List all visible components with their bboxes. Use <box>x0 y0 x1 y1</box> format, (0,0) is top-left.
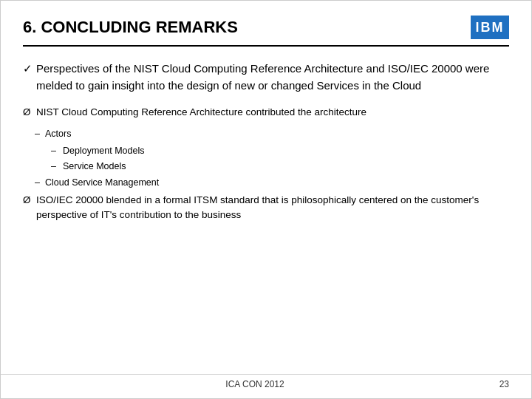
ibm-logo-text: IBM <box>476 20 505 35</box>
dash-item-sub-1: Deployment Models <box>23 144 509 158</box>
dash-item-sub-1-text: Deployment Models <box>63 146 144 156</box>
ibm-logo: IBM <box>471 16 509 39</box>
footer-page: 23 <box>487 379 509 389</box>
slide-footer: ICA CON 2012 23 <box>1 374 531 389</box>
dash-item-2-text: Cloud Service Management <box>45 177 159 188</box>
dash-item-2: Cloud Service Management <box>23 176 509 190</box>
bullet-item-2-text: ISO/IEC 20000 blended in a formal ITSM s… <box>36 194 479 220</box>
slide-title: 6. CONCLUDING REMARKS <box>23 18 238 37</box>
dash-item-1: Actors <box>23 127 509 141</box>
dash-item-sub-2: Service Models <box>23 160 509 174</box>
bullet-item-2: ISO/IEC 20000 blended in a formal ITSM s… <box>23 193 509 223</box>
slide-header: 6. CONCLUDING REMARKS IBM <box>23 16 509 47</box>
dash-item-sub-2-text: Service Models <box>63 161 126 171</box>
checkmark-item: Perspectives of the NIST Cloud Computing… <box>23 60 509 95</box>
slide-content: Perspectives of the NIST Cloud Computing… <box>23 60 509 222</box>
dash-item-1-text: Actors <box>45 129 71 139</box>
checkmark-item-text: Perspectives of the NIST Cloud Computing… <box>36 62 489 92</box>
bullet-item-1-text: NIST Cloud Computing Reference Architect… <box>36 106 366 117</box>
footer-center: ICA CON 2012 <box>23 379 487 389</box>
bullet-item-1: NIST Cloud Computing Reference Architect… <box>23 105 509 120</box>
slide: 6. CONCLUDING REMARKS IBM Perspectives o… <box>0 0 532 399</box>
